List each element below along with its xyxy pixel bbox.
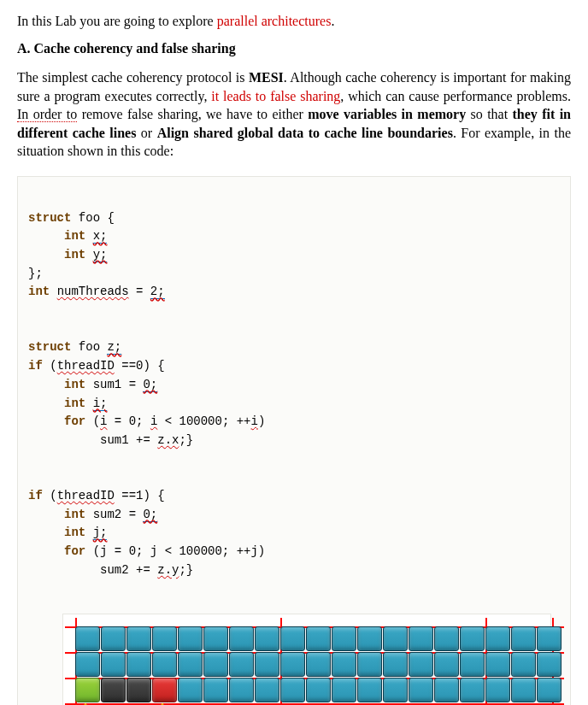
cache-diagram: x y	[62, 614, 551, 705]
cache-cell	[383, 626, 408, 651]
cache-cell	[434, 678, 459, 702]
cache-cell	[306, 678, 331, 702]
id-i: i;	[93, 397, 108, 411]
lit-2: 2;	[150, 285, 165, 299]
cache-row-1	[75, 626, 562, 652]
p-dotted1: In order to	[17, 107, 77, 122]
cache-cell	[434, 652, 459, 677]
kw-struct: struct	[28, 211, 71, 225]
section-title: A. Cache coherency and false sharing	[17, 41, 571, 56]
cache-cell	[280, 678, 305, 702]
cache-cell	[178, 626, 203, 651]
p-t6: or	[136, 126, 156, 140]
cache-cell	[409, 652, 433, 677]
cache-cell	[537, 652, 562, 677]
cache-cell	[332, 678, 356, 702]
cache-cell	[485, 678, 510, 702]
cache-cell	[126, 652, 151, 677]
cache-cell	[460, 626, 485, 651]
c-l13a: sum2 =	[85, 508, 143, 521]
kw-int: int	[64, 378, 85, 391]
cache-cell	[511, 678, 536, 702]
cache-cell	[332, 626, 356, 651]
cache-cell	[357, 678, 382, 702]
c-l11a: sum1 +=	[100, 433, 157, 447]
cache-cell	[383, 678, 408, 702]
cache-cell	[434, 626, 459, 651]
cache-row-3	[75, 678, 562, 703]
cache-cell	[152, 626, 177, 651]
cache-cell	[203, 626, 228, 651]
kw-int: int	[64, 526, 85, 539]
c-l12a: (	[43, 489, 57, 502]
id-z: z;	[107, 340, 121, 355]
c-l05a: =	[129, 285, 150, 298]
cache-cell	[485, 626, 510, 651]
cache-cell	[75, 678, 100, 702]
kw-for: for	[64, 414, 85, 428]
kw-int: int	[64, 397, 85, 410]
id-j: j;	[93, 526, 108, 540]
cache-cell	[409, 626, 433, 651]
kw-int: int	[64, 248, 85, 261]
cache-cell	[357, 652, 382, 677]
cache-cell	[460, 652, 485, 677]
cache-cell	[485, 652, 510, 677]
cache-cell	[152, 652, 177, 677]
c-l07b: ==0) {	[115, 359, 165, 373]
lit-0: 0;	[143, 378, 157, 392]
cache-grid	[75, 626, 554, 703]
p-bold4: Align shared global data to cache line b…	[157, 126, 453, 140]
cache-cell	[537, 626, 562, 651]
kw-int: int	[64, 508, 85, 521]
lit-0b: 0;	[143, 508, 157, 522]
cache-cell	[306, 652, 331, 677]
id-i3: i	[251, 414, 258, 428]
main-paragraph: The simplest cache coherency protocol is…	[17, 68, 571, 161]
cache-cell	[255, 626, 279, 651]
cache-cell	[203, 678, 228, 702]
p-t1: The simplest cache coherency protocol is	[17, 70, 249, 85]
kw-struct: struct	[28, 340, 71, 354]
cache-cell	[126, 626, 151, 651]
p-t5: so that	[466, 107, 512, 121]
c-l16a: sum2 +=	[100, 563, 157, 577]
c-l11b: ;}	[179, 433, 193, 447]
intro-line: In this Lab you are going to explore par…	[17, 14, 571, 29]
cache-cell	[152, 678, 177, 702]
id-x: x;	[93, 229, 108, 244]
c-l10c: < 100000; ++	[157, 414, 250, 428]
cache-cell	[357, 626, 382, 651]
cache-cell	[229, 626, 254, 651]
p-t4: remove false sharing, we have to either	[77, 107, 308, 121]
cache-cell	[537, 678, 562, 702]
intro-highlight: parallel architectures	[217, 14, 332, 28]
cache-cell	[460, 678, 485, 702]
cache-cell	[101, 626, 126, 651]
cache-cell	[229, 652, 254, 677]
kw-for: for	[64, 544, 85, 558]
c-l01: foo {	[71, 211, 114, 225]
cache-cell	[332, 652, 356, 677]
cache-cell	[255, 678, 279, 702]
intro-suffix: .	[331, 14, 334, 28]
cache-cell	[229, 678, 254, 702]
p-bold2: move variables in memory	[308, 107, 466, 121]
c-l08a: sum1 =	[85, 378, 143, 391]
cache-cell	[75, 626, 100, 651]
c-l10d: )	[258, 414, 265, 428]
cache-cell	[255, 652, 279, 677]
id-threadID: threadID	[57, 359, 115, 373]
p-red1: it leads to false sharing	[211, 89, 340, 103]
kw-int: int	[28, 285, 50, 298]
c-l10b: = 0;	[107, 414, 150, 428]
c-l16b: ;}	[179, 563, 193, 577]
kw-if: if	[28, 359, 43, 373]
cache-cell	[178, 652, 203, 677]
cache-cell	[409, 678, 433, 702]
id-zx: z.x	[157, 433, 179, 447]
id-threadID2: threadID	[57, 489, 115, 502]
c-l12b: ==1) {	[115, 489, 165, 502]
cache-cell	[101, 678, 126, 702]
cache-cell	[203, 652, 228, 677]
